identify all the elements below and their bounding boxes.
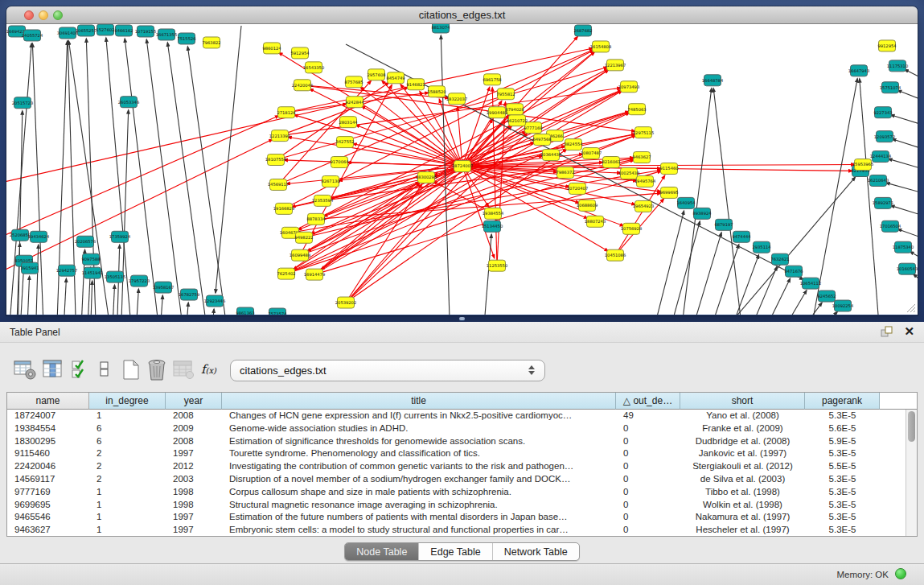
table-row[interactable]: 2242004622012Investigating the contribut…: [7, 460, 917, 473]
graph-node[interactable]: 8216061: [602, 157, 620, 168]
graph-node[interactable]: 17016504: [880, 220, 901, 232]
graph-node[interactable]: 9860124: [262, 43, 281, 54]
graph-node[interactable]: 12353594: [312, 195, 334, 206]
graph-node[interactable]: 8938924: [692, 208, 712, 219]
graph-node[interactable]: 6879197: [714, 219, 733, 230]
column-header-short[interactable]: short: [680, 393, 805, 410]
graph-node[interactable]: 8813074: [431, 24, 450, 33]
graph-node[interactable]: 1527602: [96, 24, 114, 35]
graph-node[interactable]: 2803144: [339, 117, 358, 128]
graph-node[interactable]: 6466162: [114, 25, 133, 36]
graph-node[interactable]: 10451086: [605, 249, 626, 261]
graph-node[interactable]: 24055724: [22, 30, 43, 41]
graph-node[interactable]: 26053346: [118, 97, 139, 108]
tab-edge-table[interactable]: Edge Table: [419, 543, 492, 560]
graph-node[interactable]: 10720407: [567, 183, 588, 194]
table-vertical-scrollbar[interactable]: [906, 410, 917, 536]
column-header-indegree[interactable]: in_degree: [89, 393, 166, 410]
graph-node[interactable]: 2957608: [367, 69, 385, 80]
graph-node[interactable]: 19654923: [633, 200, 654, 212]
table-row[interactable]: 946554611997Estimation of the future num…: [7, 511, 917, 524]
graph-node[interactable]: 18724007: [452, 161, 473, 172]
graph-node[interactable]: 9242844: [345, 97, 364, 108]
graph-node[interactable]: 12093572: [874, 131, 895, 142]
graph-node[interactable]: 19495764: [634, 175, 656, 187]
column-visibility-icon[interactable]: [42, 358, 64, 384]
graph-node[interactable]: 8471676: [784, 266, 803, 277]
graph-node[interactable]: 17957223: [129, 275, 150, 286]
graph-node[interactable]: 2935114: [752, 241, 771, 253]
graph-node[interactable]: 3824554: [564, 139, 583, 150]
tab-node-table[interactable]: Node Table: [345, 543, 419, 560]
graph-node[interactable]: 18322037: [446, 93, 467, 105]
window-resize-handle[interactable]: [905, 302, 916, 313]
scrollbar-thumb[interactable]: [908, 411, 915, 442]
graph-node[interactable]: 7632621: [770, 253, 789, 265]
graph-node[interactable]: 10092254: [832, 300, 854, 311]
graph-node[interactable]: 16671355: [156, 29, 177, 40]
graph-node[interactable]: 15751074: [880, 82, 901, 93]
row-checklist-icon[interactable]: [71, 358, 90, 384]
graph-node[interactable]: 9097588: [81, 253, 100, 265]
graph-node[interactable]: 9474444: [732, 231, 751, 242]
graph-node[interactable]: 20539202: [335, 297, 356, 308]
graph-node[interactable]: 7515526: [177, 33, 195, 44]
table-settings-icon[interactable]: [13, 358, 37, 384]
graph-node[interactable]: 6794028: [505, 104, 524, 115]
graph-node[interactable]: 19904483: [487, 107, 507, 118]
graph-node[interactable]: 10719155: [135, 26, 156, 37]
graph-node[interactable]: 9498222: [294, 232, 313, 243]
graph-node[interactable]: 7963822: [202, 37, 220, 48]
graph-node[interactable]: 12213967: [605, 60, 626, 71]
graph-node[interactable]: 11253550: [487, 260, 507, 271]
table-row[interactable]: 911546021997Tourette syndrome. Phenomeno…: [7, 447, 917, 460]
citation-network-graph[interactable]: 1669423324055724306914061065525715276026…: [6, 24, 918, 315]
graph-node[interactable]: 22420046: [292, 80, 313, 91]
graph-node[interactable]: 10654112: [800, 278, 821, 289]
table-row[interactable]: 1872400712008Changes of HCN gene express…: [7, 410, 917, 422]
graph-node[interactable]: 3915941: [20, 262, 39, 274]
graph-node[interactable]: 19166829: [273, 203, 294, 214]
graph-node[interactable]: 3427552: [335, 137, 354, 148]
graph-node[interactable]: 8267130: [321, 175, 339, 187]
column-header-year[interactable]: year: [166, 393, 222, 410]
graph-node[interactable]: 15134450: [482, 220, 503, 232]
table-row[interactable]: 1830029562008Estimation of significance …: [7, 435, 917, 448]
graph-node[interactable]: 18300295: [416, 171, 437, 183]
table-row[interactable]: 946362711997Embryonic stem cells: a mode…: [7, 524, 917, 537]
column-header-pagerank[interactable]: pagerank: [805, 393, 880, 410]
float-panel-icon[interactable]: [881, 326, 893, 341]
graph-node[interactable]: 7986372: [556, 167, 574, 179]
graph-node[interactable]: 10756928: [621, 223, 642, 234]
table-row[interactable]: 969969511998Structural magnetic resonanc…: [7, 499, 917, 512]
graph-node[interactable]: 9912954: [877, 40, 897, 51]
graph-node[interactable]: 14569117: [268, 179, 289, 190]
graph-node[interactable]: 11175310: [887, 60, 908, 72]
graph-node[interactable]: 10655257: [76, 25, 97, 36]
graph-node[interactable]: 6961758: [483, 74, 501, 85]
graph-node[interactable]: 16648784: [702, 75, 724, 86]
graph-node[interactable]: 9115460: [659, 163, 678, 175]
column-header-outde[interactable]: △ out_de…: [616, 393, 680, 410]
graph-node[interactable]: 2687682: [573, 25, 592, 36]
graph-node[interactable]: 9699695: [659, 187, 678, 198]
graph-node[interactable]: 10160543: [897, 263, 918, 274]
graph-node[interactable]: 10973493: [618, 81, 639, 93]
graph-node[interactable]: 10688609: [577, 200, 598, 211]
graph-node[interactable]: 20364436: [540, 150, 561, 161]
table-selector-dropdown[interactable]: citations_edges.txt: [230, 360, 545, 381]
network-canvas[interactable]: 1669423324055724306914061065525715276026…: [6, 24, 918, 315]
graph-node[interactable]: 16543350: [303, 62, 324, 73]
graph-node[interactable]: 12444134: [870, 151, 892, 163]
graph-node[interactable]: 18107554: [265, 154, 287, 166]
graph-node[interactable]: 16782759: [179, 289, 199, 300]
graph-node[interactable]: 8454749: [386, 72, 405, 84]
graph-node[interactable]: 9777169: [524, 122, 542, 134]
graph-node[interactable]: 5912954: [290, 47, 310, 59]
graph-node[interactable]: 16099488: [290, 249, 310, 261]
graph-node[interactable]: 15953965: [852, 159, 873, 171]
delete-trash-icon[interactable]: [146, 358, 169, 385]
close-panel-icon[interactable]: ✕: [904, 324, 914, 339]
column-header-name[interactable]: name: [7, 393, 89, 410]
table-row[interactable]: 977716911998Corpus callosum shape and si…: [7, 486, 917, 499]
